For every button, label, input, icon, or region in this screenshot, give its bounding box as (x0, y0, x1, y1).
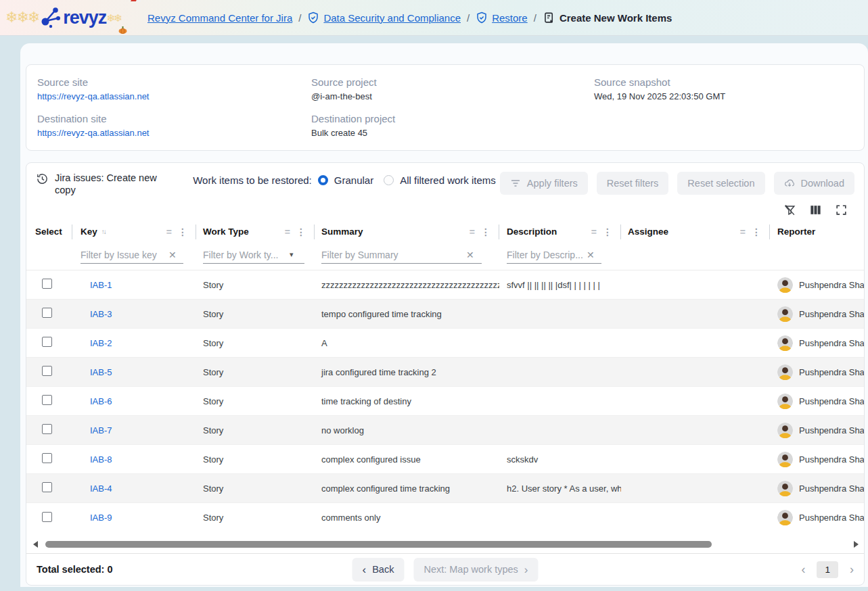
row-checkbox[interactable] (42, 453, 52, 463)
source-site-link[interactable]: https://revyz-qa.atlassian.net (37, 91, 311, 101)
column-header-reporter[interactable]: Reporter (770, 220, 864, 243)
scroll-left-arrow-icon[interactable] (33, 541, 38, 548)
brand-name: revyz (63, 7, 106, 28)
breadcrumb-data-security[interactable]: Data Security and Compliance (323, 12, 461, 24)
scrollbar-thumb[interactable] (45, 541, 712, 548)
assignee-header-label: Assignee (628, 227, 668, 237)
column-menu-icon[interactable]: ⋮ (752, 227, 761, 237)
column-resize-icon[interactable]: = (591, 227, 597, 237)
clear-description-filter-icon[interactable]: ✕ (585, 250, 596, 260)
issue-key-link[interactable]: IAB-9 (81, 513, 112, 523)
next-button[interactable]: Next: Map work types › (413, 558, 538, 582)
table-row[interactable]: IAB-8 Story complex configured issue sck… (26, 445, 864, 474)
table-row[interactable]: IAB-7 Story no worklog Pushpendra Sha (26, 416, 864, 445)
row-checkbox[interactable] (42, 512, 52, 522)
column-menu-icon[interactable]: ⋮ (178, 227, 187, 237)
table-row[interactable]: IAB-6 Story time tracking of destiny Pus… (26, 387, 864, 416)
column-resize-icon[interactable]: = (285, 227, 290, 237)
download-button[interactable]: Download (774, 172, 855, 195)
previous-page-icon[interactable]: ‹ (801, 563, 805, 577)
table-row[interactable]: IAB-1 Story zzzzzzzzzzzzzzzzzzzzzzzzzzzz… (26, 270, 864, 300)
destination-site-field: Destination site https://revyz-qa.atlass… (37, 113, 311, 139)
issue-key-link[interactable]: IAB-2 (81, 338, 112, 348)
reporter-cell: Pushpendra Sha (770, 510, 864, 525)
apply-filters-button[interactable]: Apply filters (500, 172, 588, 195)
issue-key-link[interactable]: IAB-3 (81, 309, 112, 319)
issue-key-link[interactable]: IAB-8 (81, 454, 112, 465)
row-checkbox[interactable] (42, 395, 52, 405)
breadcrumb-separator: / (467, 12, 470, 24)
all-filtered-radio[interactable] (384, 175, 394, 185)
horizontal-scrollbar[interactable] (29, 538, 861, 550)
work-type-cell: Story (196, 309, 315, 319)
reset-selection-button[interactable]: Reset selection (677, 172, 764, 195)
reporter-name: Pushpendra Sha (799, 483, 864, 494)
work-type-cell: Story (196, 483, 315, 494)
back-button[interactable]: ‹ Back (352, 558, 404, 582)
table-filter-row: ✕ ▾ ✕ ✕ (26, 243, 864, 270)
breadcrumb-command-center[interactable]: Revyz Command Center for Jira (147, 12, 292, 24)
work-type-cell: Story (196, 396, 315, 406)
work-type-filter-input[interactable] (203, 250, 287, 260)
granular-radio-label[interactable]: Granular (334, 174, 373, 186)
column-menu-icon[interactable]: ⋮ (603, 227, 612, 237)
row-checkbox[interactable] (42, 337, 52, 347)
columns-icon[interactable] (809, 204, 822, 216)
issue-key-link[interactable]: IAB-7 (81, 425, 112, 435)
column-menu-icon[interactable]: ⋮ (296, 227, 306, 237)
table-header-row: Select Key ↑↓ = ⋮ Work Type = ⋮ Summary (26, 220, 864, 243)
work-type-cell: Story (196, 513, 315, 523)
breadcrumb-separator: / (534, 12, 536, 24)
breadcrumb-separator: / (298, 12, 301, 24)
create-work-items-icon (543, 11, 555, 24)
summary-header-label: Summary (321, 227, 363, 237)
column-resize-icon[interactable]: = (470, 227, 475, 237)
row-checkbox[interactable] (42, 366, 52, 376)
row-checkbox[interactable] (42, 482, 52, 492)
revyz-logo[interactable]: ❄❄❄ revyz ❄❄ (0, 0, 143, 36)
sort-icon[interactable]: ↑↓ (101, 228, 106, 235)
reporter-cell: Pushpendra Sha (770, 306, 864, 322)
granular-radio[interactable] (318, 175, 328, 185)
scroll-right-arrow-icon[interactable] (854, 541, 859, 548)
table-row[interactable]: IAB-5 Story jira configured time trackin… (26, 358, 864, 387)
key-filter-input[interactable] (81, 250, 167, 260)
current-page-button[interactable]: 1 (817, 561, 838, 578)
column-header-summary[interactable]: Summary = ⋮ (315, 220, 499, 243)
issue-key-link[interactable]: IAB-4 (81, 483, 112, 494)
column-header-description[interactable]: Description = ⋮ (499, 220, 621, 243)
work-type-dropdown-icon[interactable]: ▾ (287, 250, 296, 259)
next-page-icon[interactable]: › (850, 563, 854, 577)
column-header-key[interactable]: Key ↑↓ = ⋮ (72, 220, 196, 243)
work-type-cell: Story (196, 338, 315, 348)
table-row[interactable]: IAB-2 Story A Pushpendra Sha (26, 329, 864, 358)
row-checkbox[interactable] (42, 424, 52, 434)
clear-key-filter-icon[interactable]: ✕ (167, 250, 178, 260)
column-resize-icon[interactable]: = (166, 227, 172, 237)
clear-filters-icon[interactable] (783, 204, 796, 216)
column-resize-icon[interactable]: = (740, 227, 746, 237)
column-header-work-type[interactable]: Work Type = ⋮ (196, 220, 315, 243)
row-checkbox[interactable] (42, 308, 52, 318)
breadcrumb-restore[interactable]: Restore (492, 12, 528, 24)
reporter-name: Pushpendra Sha (799, 425, 864, 435)
summary-filter-input[interactable] (321, 250, 465, 260)
summary-cell: comments only (315, 513, 499, 523)
description-filter-input[interactable] (507, 250, 585, 260)
destination-site-link[interactable]: https://revyz-qa.atlassian.net (37, 128, 311, 138)
all-filtered-radio-label[interactable]: All filtered work items (400, 174, 496, 186)
fullscreen-icon[interactable] (835, 204, 848, 216)
table-row[interactable]: IAB-3 Story tempo configured time tracki… (26, 300, 864, 329)
column-menu-icon[interactable]: ⋮ (481, 227, 490, 237)
table-toolbar: Jira issues: Create new copy Work items … (26, 163, 864, 196)
clear-summary-filter-icon[interactable]: ✕ (465, 250, 476, 260)
row-checkbox[interactable] (42, 279, 52, 289)
column-header-select: Select (26, 220, 72, 243)
table-row[interactable]: IAB-9 Story comments only Pushpendra Sha (26, 503, 864, 532)
table-row[interactable]: IAB-4 Story complex configured time trac… (26, 474, 864, 503)
issue-key-link[interactable]: IAB-6 (81, 396, 112, 406)
issue-key-link[interactable]: IAB-5 (81, 367, 112, 377)
reset-filters-button[interactable]: Reset filters (597, 172, 669, 195)
issue-key-link[interactable]: IAB-1 (81, 280, 112, 290)
column-header-assignee[interactable]: Assignee = ⋮ (621, 220, 770, 243)
